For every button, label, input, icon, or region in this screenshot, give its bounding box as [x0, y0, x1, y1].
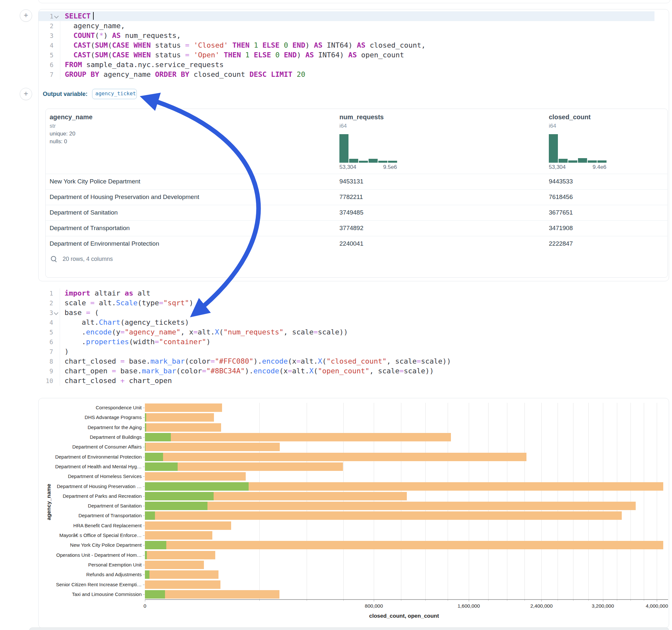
histogram-bar [359, 161, 368, 163]
y-tick [143, 506, 145, 506]
gridline [259, 403, 260, 599]
open-count-bar [145, 571, 149, 579]
histogram-bar [568, 161, 577, 163]
histogram-bar [368, 159, 378, 163]
y-category-label: Department of Sanitation [39, 503, 142, 508]
open-count-bar [145, 502, 208, 510]
sql-line: 4 CAST(SUM(CASE WHEN status = 'Closed' T… [39, 41, 654, 50]
add-cell-button-top[interactable]: + [20, 9, 32, 22]
output-variable-pill[interactable]: agency_tickets [92, 89, 137, 99]
y-tick [143, 408, 145, 408]
line-number: 4 [38, 318, 53, 327]
code-text: GROUP BY agency_name ORDER BY closed_cou… [60, 70, 305, 79]
closed-count-bar [145, 511, 622, 520]
code-text: .properties(width="container") [59, 337, 210, 347]
python-line: 8chart_closed = base.mark_bar(color="#FF… [38, 357, 654, 366]
x-major-tick [145, 599, 145, 602]
python-line: 6 .properties(width="container") [38, 337, 654, 347]
histogram-max-label: 9.5e6 [383, 164, 397, 170]
code-text: alt.Chart(agency_tickets) [59, 318, 189, 327]
table-cell: 3677651 [549, 209, 573, 216]
x-major-tick [469, 599, 469, 602]
histogram-min-label: 53,304 [549, 164, 566, 170]
sql-line: 1SELECT [39, 11, 654, 21]
histogram-bar [349, 159, 358, 163]
column-type: i64 [549, 123, 591, 129]
open-count-bar [145, 492, 214, 500]
table-cell: 7618456 [549, 193, 573, 201]
line-number: 3 [38, 308, 53, 318]
x-axis-line [145, 599, 668, 600]
gridline [401, 403, 401, 599]
collapse-chevron-icon[interactable] [53, 308, 59, 318]
y-category-label: Personal Exemption Unit [39, 562, 142, 567]
column-meta: unique: 20 [50, 130, 92, 137]
open-count-bar [145, 511, 155, 520]
search-icon[interactable] [50, 256, 57, 263]
python-line: 3base = ( [38, 308, 654, 318]
y-category-label: Department of Transportation [39, 513, 142, 518]
add-cell-button-output[interactable]: + [20, 88, 32, 100]
line-number: 5 [38, 327, 53, 337]
column-header[interactable]: closed_counti64 [549, 114, 591, 129]
y-tick [143, 526, 145, 526]
code-text: CAST(SUM(CASE WHEN status = 'Closed' THE… [60, 41, 426, 50]
closed-count-bar [145, 541, 663, 549]
column-name: closed_count [549, 114, 591, 121]
results-table: agency_namestrunique: 20nulls: 0num_requ… [45, 108, 668, 278]
column-header[interactable]: num_requestsi64 [339, 114, 384, 129]
table-cell: 9453131 [339, 178, 363, 185]
gridline [507, 403, 507, 599]
next-cell-edge [29, 627, 669, 630]
gridline [525, 403, 525, 599]
sql-editor[interactable]: 1SELECT2 agency_name,3 COUNT(*) AS num_r… [39, 11, 654, 79]
histogram-bar [378, 161, 387, 163]
table-cell: 7782211 [339, 193, 363, 201]
y-tick [143, 467, 145, 467]
y-tick [143, 447, 145, 447]
table-cell: 3471908 [549, 224, 573, 232]
chevron-slot [53, 337, 59, 347]
gridline [657, 403, 657, 599]
column-header[interactable]: agency_namestrunique: 20nulls: 0 [50, 114, 92, 145]
chevron-slot [53, 288, 59, 298]
closed-count-bar [145, 472, 246, 481]
open-count-bar [145, 590, 165, 599]
code-text: chart_closed = base.mark_bar(color="#FFC… [59, 357, 451, 366]
y-category-label: Operations Unit - Department of Hom… [39, 552, 142, 558]
code-text: .encode(y="agency_name", x=alt.X("num_re… [59, 327, 348, 337]
line-number: 2 [39, 21, 53, 31]
x-major-tick [657, 599, 657, 602]
table-cell: 3749485 [339, 209, 363, 216]
gridline [617, 403, 617, 599]
y-category-label: Department of Housing Preservation … [39, 484, 142, 489]
python-editor[interactable]: 1import altair as alt2scale = alt.Scale(… [38, 288, 654, 386]
y-category-label: HRA Benefit Card Replacement [39, 523, 142, 528]
code-text: import altair as alt [59, 288, 150, 298]
x-tick-label: 1,600,000 [457, 603, 480, 609]
chevron-slot [53, 21, 60, 31]
collapse-chevron-icon[interactable] [53, 11, 60, 21]
chevron-slot [53, 366, 59, 376]
y-tick [143, 575, 145, 575]
chevron-slot [53, 60, 60, 70]
python-line: 5 .encode(y="agency_name", x=alt.X("num_… [38, 327, 654, 337]
x-axis-title: closed_count, open_count [365, 613, 443, 619]
chevron-slot [53, 70, 60, 79]
output-variable-label: Output variable: [43, 91, 88, 98]
chevron-slot [53, 318, 59, 327]
gridline [425, 403, 426, 599]
y-tick [143, 535, 145, 536]
chevron-slot [53, 31, 60, 41]
python-line: 7) [38, 347, 654, 357]
column-histogram [549, 134, 606, 163]
text-cursor [93, 12, 94, 20]
table-cell: Department of Sanitation [50, 209, 118, 216]
line-number: 7 [39, 70, 53, 79]
y-category-label: Department of Consumer Affairs [39, 444, 142, 450]
gridline [374, 403, 374, 599]
gridline [448, 403, 448, 599]
y-tick [143, 565, 145, 565]
y-category-label: Department of Parks and Recreation [39, 493, 142, 499]
y-category-label: Department of Health and Mental Hyg… [39, 464, 142, 469]
